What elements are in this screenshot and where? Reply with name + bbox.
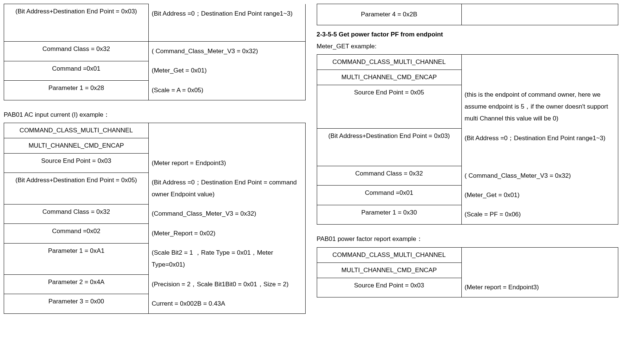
cell: (Bit Address =0；Destination End Point ra…: [149, 4, 305, 42]
cell: (Command_Class_Meter_V3 = 0x32): [149, 204, 305, 223]
cell: (Scale = PF = 0x06): [461, 205, 618, 225]
cell: Source End Point = 0x03: [4, 154, 149, 173]
left-table-2: COMMAND_CLASS_MULTI_CHANNEL MULTI_CHANNE…: [4, 123, 306, 314]
cell: (Bit Address =0；Destination End Point = …: [149, 173, 305, 204]
cell: Current = 0x002B = 0.43A: [149, 294, 305, 314]
right-table-1: COMMAND_CLASS_MULTI_CHANNEL MULTI_CHANNE…: [317, 54, 619, 225]
cell: Parameter 1 = 0xA1: [4, 243, 149, 275]
left-column: (Bit Address+Destination End Point = 0x0…: [4, 4, 306, 318]
document-page: (Bit Address+Destination End Point = 0x0…: [4, 4, 618, 318]
cell: Parameter 2 = 0x4A: [4, 275, 149, 294]
cell: [461, 70, 618, 85]
cell: Parameter 1 = 0x30: [317, 205, 461, 225]
cell: (Bit Address =0；Destination End Point ra…: [461, 129, 618, 166]
cell: Command Class = 0x32: [4, 42, 149, 61]
right-table-0: Parameter 4 = 0x2B: [317, 4, 619, 25]
cell: Parameter 4 = 0x2B: [317, 4, 461, 25]
cell: Command Class = 0x32: [317, 166, 461, 186]
cell: (Precision = 2，Scale Bit1Bit0 = 0x01，Siz…: [149, 275, 305, 294]
cell: Command =0x02: [4, 224, 149, 243]
cell: (Meter_Report = 0x02): [149, 224, 305, 243]
cell: (Bit Address+Destination End Point = 0x0…: [4, 173, 149, 204]
right-column: Parameter 4 = 0x2B 2-3-5-5 Get power fac…: [317, 4, 619, 318]
cell: ( Command_Class_Meter_V3 = 0x32): [461, 166, 618, 186]
cell: MULTI_CHANNEL_CMD_ENCAP: [317, 70, 461, 85]
cell: Command =0x01: [317, 186, 461, 205]
right-caption-2: PAB01 power factor report example：: [317, 234, 619, 244]
cell: (Meter report = Endpoint3): [149, 154, 305, 173]
cell: Command =0x01: [4, 61, 149, 80]
left-caption-1: PAB01 AC input current (I) example：: [4, 110, 306, 120]
cell: MULTI_CHANNEL_CMD_ENCAP: [4, 138, 149, 154]
cell: (Meter report = Endpoint3): [461, 278, 618, 297]
cell: (Scale = A = 0x05): [149, 81, 305, 100]
cell: Source End Point = 0x05: [317, 85, 461, 129]
cell: [149, 138, 305, 154]
cell: [461, 262, 618, 278]
cell: [461, 4, 618, 25]
cell: (Meter_Get = 0x01): [461, 186, 618, 205]
cell: Parameter 3 = 0x00: [4, 294, 149, 314]
cell: COMMAND_CLASS_MULTI_CHANNEL: [317, 55, 461, 70]
cell: (Bit Address+Destination End Point = 0x0…: [4, 4, 149, 42]
cell: (Scale Bit2 = 1 ，Rate Type = 0x01，Meter …: [149, 243, 305, 275]
cell: [461, 55, 618, 70]
section-heading: 2-3-5-5 Get power factor PF from endpoin…: [317, 31, 619, 38]
cell: [149, 123, 305, 138]
cell: (Bit Address+Destination End Point = 0x0…: [317, 129, 461, 166]
cell: Parameter 1 = 0x28: [4, 81, 149, 100]
right-table-2: COMMAND_CLASS_MULTI_CHANNEL MULTI_CHANNE…: [317, 247, 619, 298]
cell: ( Command_Class_Meter_V3 = 0x32): [149, 42, 305, 61]
cell: Command Class = 0x32: [4, 204, 149, 223]
cell: [461, 247, 618, 262]
left-table-1: (Bit Address+Destination End Point = 0x0…: [4, 4, 306, 100]
cell: COMMAND_CLASS_MULTI_CHANNEL: [4, 123, 149, 138]
cell: (this is the endpoint of command owner, …: [461, 85, 618, 129]
cell: Source End Point = 0x03: [317, 278, 461, 297]
cell: MULTI_CHANNEL_CMD_ENCAP: [317, 262, 461, 278]
cell: COMMAND_CLASS_MULTI_CHANNEL: [317, 247, 461, 262]
cell: (Meter_Get = 0x01): [149, 61, 305, 80]
right-caption-1: Meter_GET example:: [317, 41, 619, 51]
